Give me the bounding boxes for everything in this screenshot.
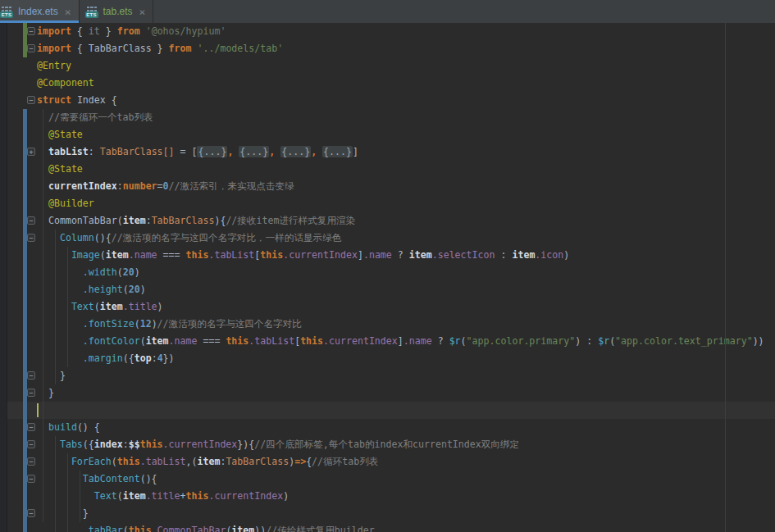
code-token: )) xyxy=(254,525,266,532)
code-token: { xyxy=(106,94,117,106)
code-token: } xyxy=(37,507,89,519)
code-token: import xyxy=(37,25,71,37)
code-line[interactable]: −struct Index { xyxy=(0,92,775,109)
code-line[interactable]: − } xyxy=(0,384,775,402)
code-editor[interactable]: −import { it } from '@ohos/hypium'−impor… xyxy=(0,23,775,532)
code-token xyxy=(37,525,83,532)
code-token: ( xyxy=(117,266,123,278)
vcs-change-stripe xyxy=(23,281,27,298)
code-token: (){ xyxy=(140,473,157,484)
code-token: ( xyxy=(461,335,467,347)
code-line[interactable]: Image(item.name === this.tabList[this.cu… xyxy=(0,247,775,264)
folded-region-chip[interactable]: {...} xyxy=(280,146,311,157)
vcs-change-stripe xyxy=(23,350,27,367)
code-line[interactable]: −import { it } from '@ohos/hypium' xyxy=(0,23,775,40)
code-line[interactable]: Text(item.title) xyxy=(0,298,775,316)
code-line-text: TabContent(){ xyxy=(37,471,775,488)
code-line[interactable]: − CommonTabBar(item:TabBarClass){//接收ite… xyxy=(0,212,775,230)
code-token: TabBarClass xyxy=(226,456,289,467)
code-token: .tabList xyxy=(248,335,294,347)
code-line-text: import { TabBarClass } from '../models/t… xyxy=(37,40,775,57)
code-token: .width xyxy=(83,266,117,278)
code-token xyxy=(37,318,83,330)
tab-tab-ets[interactable]: ETS tab.ets × xyxy=(80,0,154,23)
code-line[interactable]: − } xyxy=(0,505,775,522)
ets-file-icon-grid xyxy=(87,5,97,11)
code-token: //接收item进行样式复用渲染 xyxy=(226,215,355,226)
vcs-change-stripe xyxy=(23,264,27,281)
fold-collapse-icon[interactable]: − xyxy=(27,44,35,52)
fold-collapse-icon[interactable]: − xyxy=(27,27,35,35)
code-line[interactable]: − } xyxy=(0,367,775,384)
fold-collapse-icon[interactable]: − xyxy=(27,216,35,225)
code-line[interactable]: //需要循环一个tab列表 xyxy=(0,109,775,126)
code-token: .title xyxy=(146,490,180,502)
code-token: TabBarClass xyxy=(89,43,152,54)
tab-index-ets[interactable]: ETS Index.ets × xyxy=(0,0,80,23)
folded-region-chip[interactable]: {...} xyxy=(197,146,227,157)
fold-collapse-icon[interactable]: − xyxy=(27,457,35,466)
code-token: : xyxy=(117,180,123,192)
code-token: ( xyxy=(112,456,117,467)
code-line[interactable]: .fontColor(item.name === this.tabList[th… xyxy=(0,333,775,350)
code-line[interactable]: currentIndex:number=0//激活索引，来实现点击变绿 xyxy=(0,178,775,195)
fold-collapse-icon[interactable]: − xyxy=(27,96,35,104)
code-line[interactable]: @Entry xyxy=(0,57,775,75)
code-line[interactable]: @Component xyxy=(0,75,775,92)
code-token: ) xyxy=(157,301,163,312)
code-line[interactable]: .margin({top:4}) xyxy=(0,350,775,367)
code-token: @State xyxy=(48,163,83,175)
code-line[interactable]: .fontSize(12)//激活项的名字与这四个名字对比 xyxy=(0,316,775,333)
code-line[interactable]: − build() { xyxy=(0,419,775,436)
code-line[interactable]: − Tabs({index:$$this.currentIndex}){//四个… xyxy=(0,436,775,453)
fold-collapse-icon[interactable]: − xyxy=(27,389,35,397)
code-line-text: Text(item.title) xyxy=(37,298,775,316)
code-token: = xyxy=(157,180,163,192)
fold-collapse-icon[interactable]: − xyxy=(27,371,35,380)
vcs-change-stripe xyxy=(23,247,27,264)
folded-region-chip[interactable]: {...} xyxy=(322,146,353,157)
code-token: ] xyxy=(358,249,363,261)
code-line-text: .width(20) xyxy=(37,264,775,281)
code-line[interactable]: @State xyxy=(0,161,775,178)
fold-collapse-icon[interactable]: − xyxy=(27,509,35,517)
code-line[interactable]: + tabList: TabBarClass[] = [{...}, {...}… xyxy=(0,143,775,161)
code-line-text: currentIndex:number=0//激活索引，来实现点击变绿 xyxy=(37,178,775,195)
code-token: struct xyxy=(37,94,71,106)
code-line[interactable]: @Builder xyxy=(0,195,775,212)
code-token: )) xyxy=(753,335,764,347)
code-line[interactable]: −import { TabBarClass } from '../models/… xyxy=(0,40,775,57)
code-line[interactable]: .width(20) xyxy=(0,264,775,281)
code-token: , xyxy=(269,146,280,157)
ets-file-icon-badge: ETS xyxy=(0,11,13,18)
code-token: }) xyxy=(163,352,175,364)
code-line[interactable]: .tabBar(this.CommonTabBar(item))//传给样式复用… xyxy=(0,522,775,532)
close-icon[interactable]: × xyxy=(65,7,71,17)
code-line[interactable]: − ForEach(this.tabList,(item:TabBarClass… xyxy=(0,453,775,471)
code-line-text: .margin({top:4}) xyxy=(37,350,775,367)
code-token: //传给样式复用builder xyxy=(266,525,374,532)
code-token: item xyxy=(106,249,129,261)
folded-region-chip[interactable]: {...} xyxy=(239,146,269,157)
code-token: $r xyxy=(449,335,461,347)
code-line[interactable]: Text(item.title+this.currentIndex) xyxy=(0,488,775,505)
code-token: .currentIndex xyxy=(323,335,398,347)
code-token: : xyxy=(495,249,512,261)
vcs-change-stripe xyxy=(23,195,27,212)
code-token: ? xyxy=(392,249,409,261)
vcs-change-stripe xyxy=(23,161,27,178)
fold-collapse-icon[interactable]: − xyxy=(27,234,35,242)
code-token xyxy=(37,490,94,502)
fold-collapse-icon[interactable]: − xyxy=(27,423,35,431)
code-token: this xyxy=(129,525,152,532)
code-line[interactable] xyxy=(0,402,775,419)
fold-collapse-icon[interactable]: − xyxy=(27,475,35,483)
fold-collapse-icon[interactable]: − xyxy=(27,440,35,448)
code-line[interactable]: @State xyxy=(0,126,775,143)
editor-tab-bar: ETS Index.ets × ETS tab.ets × xyxy=(0,0,775,23)
close-icon[interactable]: × xyxy=(139,7,146,17)
code-line[interactable]: .height(20) xyxy=(0,281,775,298)
fold-expand-icon[interactable]: + xyxy=(27,148,35,156)
code-line[interactable]: − Column(){//激活项的名字与这四个名字对比，一样的话显示绿色 xyxy=(0,230,775,247)
code-line[interactable]: − TabContent(){ xyxy=(0,471,775,488)
